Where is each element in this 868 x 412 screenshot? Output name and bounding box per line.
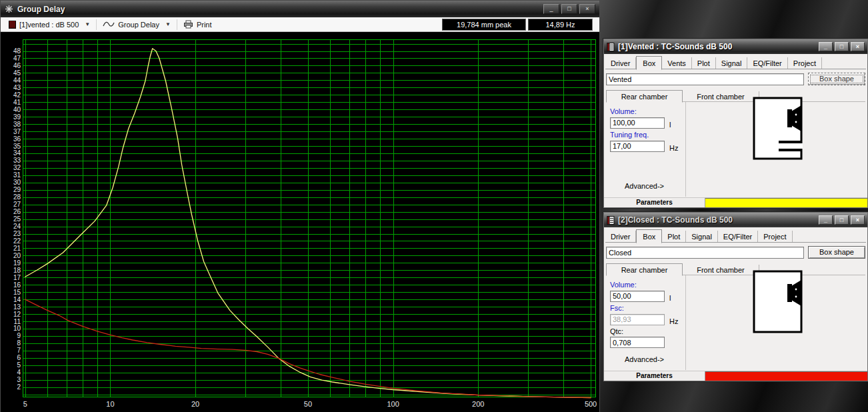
tab-signal[interactable]: Signal bbox=[686, 231, 718, 242]
y-tick-label: 18 bbox=[13, 267, 21, 274]
x-tick-label: 10 bbox=[106, 400, 114, 408]
field-input-qtc[interactable] bbox=[610, 337, 665, 348]
x-tick-label: 50 bbox=[304, 400, 312, 408]
maximize-button[interactable]: □ bbox=[561, 4, 577, 14]
chart-plot-area: 2345678910111213141516171819202122232425… bbox=[1, 32, 599, 412]
advanced-link[interactable]: Advanced-> bbox=[625, 182, 664, 190]
close-button[interactable]: × bbox=[579, 4, 595, 14]
group-delay-chart: 2345678910111213141516171819202122232425… bbox=[1, 32, 599, 412]
y-tick-label: 46 bbox=[13, 62, 21, 69]
unit-label: Hz bbox=[669, 144, 678, 152]
closed-chamber-tabs: Rear chamberFront chamber bbox=[606, 262, 865, 275]
field-volume: l bbox=[610, 290, 681, 302]
tab-signal[interactable]: Signal bbox=[716, 57, 748, 69]
y-tick-label: 47 bbox=[13, 55, 21, 62]
y-tick-label: 21 bbox=[13, 245, 21, 252]
box-name-row: Box shape bbox=[606, 245, 865, 260]
tab-vents[interactable]: Vents bbox=[662, 57, 692, 69]
project-selector-label: [1]vented : dB 500 bbox=[19, 21, 79, 29]
tab-project[interactable]: Project bbox=[758, 231, 792, 242]
tab-box[interactable]: Box bbox=[636, 56, 662, 70]
closed-main-tabs: DriverBoxPlotSignalEQ/FilterProject bbox=[605, 229, 866, 243]
y-tick-label: 29 bbox=[13, 186, 21, 193]
tab-box[interactable]: Box bbox=[636, 229, 662, 243]
project-selector[interactable]: [1]vented : dB 500 ▼ bbox=[5, 18, 94, 31]
tab-eq-filter[interactable]: EQ/Filter bbox=[747, 57, 787, 69]
y-tick-label: 42 bbox=[13, 91, 21, 99]
chamber-tab-front-chamber[interactable]: Front chamber bbox=[683, 265, 759, 275]
plot-window-icon bbox=[5, 5, 13, 13]
y-tick-label: 22 bbox=[13, 237, 21, 245]
box-name-input[interactable] bbox=[606, 247, 804, 259]
waveform-icon bbox=[103, 21, 115, 28]
field-label-tuning-freq: Tuning freq. bbox=[610, 131, 681, 139]
closed-project-window: [2]Closed : TC-Sounds dB 500 _ □ × Drive… bbox=[603, 212, 868, 381]
peak-value-display: 19,784 mm peak bbox=[442, 19, 526, 31]
closed-statusbar: Parameters bbox=[604, 371, 867, 381]
y-tick-label: 31 bbox=[13, 171, 21, 179]
y-tick-label: 28 bbox=[13, 193, 21, 201]
tab-plot[interactable]: Plot bbox=[662, 231, 686, 242]
box-shape-button[interactable]: Box shape bbox=[808, 73, 865, 85]
chamber-tab-front-chamber[interactable]: Front chamber bbox=[683, 91, 759, 102]
minimize-button[interactable]: _ bbox=[543, 4, 559, 14]
y-tick-label: 27 bbox=[13, 201, 21, 208]
maximize-button[interactable]: □ bbox=[835, 215, 849, 225]
close-button[interactable]: × bbox=[851, 215, 865, 225]
tab-eq-filter[interactable]: EQ/Filter bbox=[718, 231, 758, 242]
y-tick-label: 8 bbox=[17, 339, 21, 347]
toolbar-separator bbox=[177, 19, 177, 30]
chevron-down-icon: ▼ bbox=[165, 21, 171, 27]
field-input-fsc bbox=[610, 314, 665, 325]
unit-label: l bbox=[669, 121, 671, 129]
y-tick-label: 32 bbox=[13, 164, 21, 171]
parameters-tab[interactable]: Parameters bbox=[604, 371, 705, 381]
y-tick-label: 2 bbox=[17, 383, 21, 391]
y-tick-label: 25 bbox=[13, 215, 21, 223]
y-tick-label: 45 bbox=[13, 69, 21, 77]
tab-driver[interactable]: Driver bbox=[605, 57, 636, 69]
x-tick-label: 20 bbox=[191, 400, 199, 408]
field-label-volume: Volume: bbox=[610, 107, 681, 115]
unit-label: l bbox=[669, 294, 671, 302]
field-label-fsc: Fsc: bbox=[610, 304, 681, 312]
vented-box-diagram bbox=[752, 97, 804, 163]
plot-type-selector[interactable]: Group Delay ▼ bbox=[99, 18, 175, 31]
closed-titlebar: [2]Closed : TC-Sounds dB 500 _ □ × bbox=[604, 213, 867, 227]
field-label-qtc: Qtc: bbox=[610, 327, 681, 335]
close-button[interactable]: × bbox=[851, 42, 865, 51]
minimize-button[interactable]: _ bbox=[819, 42, 833, 51]
field-fsc: Hz bbox=[610, 313, 681, 325]
maximize-button[interactable]: □ bbox=[835, 42, 849, 51]
advanced-link[interactable]: Advanced-> bbox=[625, 355, 664, 363]
field-qtc bbox=[610, 337, 681, 348]
y-tick-label: 24 bbox=[13, 223, 21, 230]
y-tick-label: 17 bbox=[13, 274, 21, 281]
window-title: Group Delay bbox=[17, 5, 65, 14]
field-input-volume[interactable] bbox=[610, 117, 665, 129]
y-tick-label: 23 bbox=[13, 230, 21, 237]
y-tick-label: 26 bbox=[13, 208, 21, 215]
field-input-tuning-freq[interactable] bbox=[610, 141, 665, 152]
chamber-tab-rear-chamber[interactable]: Rear chamber bbox=[606, 90, 683, 103]
y-tick-label: 30 bbox=[13, 179, 21, 186]
tab-driver[interactable]: Driver bbox=[605, 231, 636, 242]
minimize-button[interactable]: _ bbox=[819, 215, 833, 225]
box-shape-button[interactable]: Box shape bbox=[808, 246, 865, 259]
field-label-volume: Volume: bbox=[610, 281, 681, 289]
parameters-tab[interactable]: Parameters bbox=[604, 198, 705, 207]
series-vented bbox=[25, 49, 591, 398]
vented-main-tabs: DriverBoxVentsPlotSignalEQ/FilterProject bbox=[605, 55, 866, 69]
window-title: [1]Vented : TC-Sounds dB 500 bbox=[618, 42, 732, 51]
print-label: Print bbox=[197, 21, 212, 29]
chamber-tab-rear-chamber[interactable]: Rear chamber bbox=[606, 263, 683, 276]
tab-plot[interactable]: Plot bbox=[692, 57, 716, 69]
box-name-input[interactable] bbox=[606, 73, 804, 85]
field-input-volume[interactable] bbox=[610, 291, 665, 302]
window-title: [2]Closed : TC-Sounds dB 500 bbox=[618, 215, 733, 225]
y-tick-label: 48 bbox=[13, 47, 21, 55]
tab-project[interactable]: Project bbox=[788, 57, 822, 69]
print-button[interactable]: Print bbox=[179, 18, 216, 31]
group-delay-window: Group Delay _ □ × [1]vented : dB 500 ▼ bbox=[0, 0, 600, 412]
y-tick-label: 34 bbox=[13, 149, 21, 157]
